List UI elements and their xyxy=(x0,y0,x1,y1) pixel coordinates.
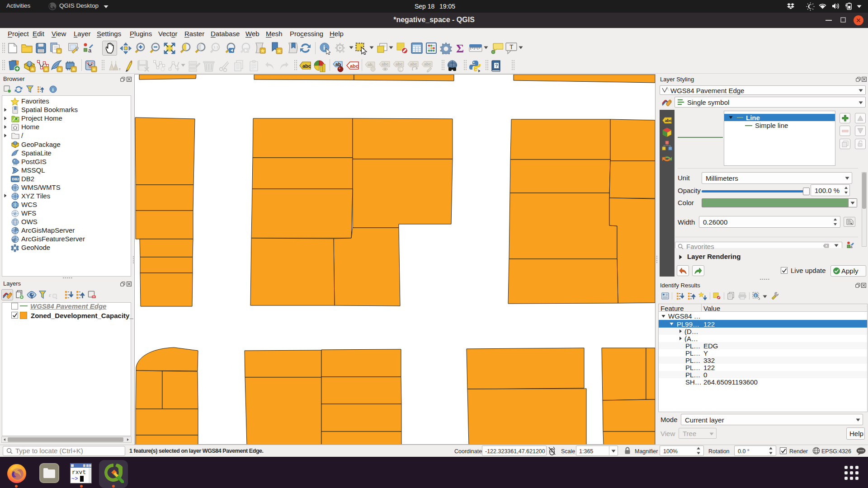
svg-text:i: i xyxy=(52,87,54,92)
svg-text:abc: abc xyxy=(396,62,403,66)
svg-text:abc: abc xyxy=(350,63,359,69)
svg-text:abc: abc xyxy=(382,62,389,66)
svg-text:1:1: 1:1 xyxy=(213,45,219,49)
svg-text:abc: abc xyxy=(424,62,431,66)
svg-text:i: i xyxy=(323,44,325,51)
svg-text:?: ? xyxy=(495,63,498,68)
svg-text:ε: ε xyxy=(49,291,52,298)
svg-text:abc: abc xyxy=(302,63,311,69)
svg-text:V: V xyxy=(14,212,16,216)
svg-text:DB2: DB2 xyxy=(12,177,20,181)
svg-text:T: T xyxy=(509,43,514,51)
svg-text:~>: ~> xyxy=(71,476,78,482)
svg-text:ab: ab xyxy=(335,62,341,67)
svg-text:Σ: Σ xyxy=(456,42,464,54)
svg-text:ab: ab xyxy=(368,62,373,67)
svg-text:abc: abc xyxy=(665,118,672,123)
svg-text:rxvt: rxvt xyxy=(72,469,86,476)
svg-text:a: a xyxy=(88,47,92,53)
svg-text:abc: abc xyxy=(410,62,417,66)
svg-text:a: a xyxy=(850,245,853,249)
